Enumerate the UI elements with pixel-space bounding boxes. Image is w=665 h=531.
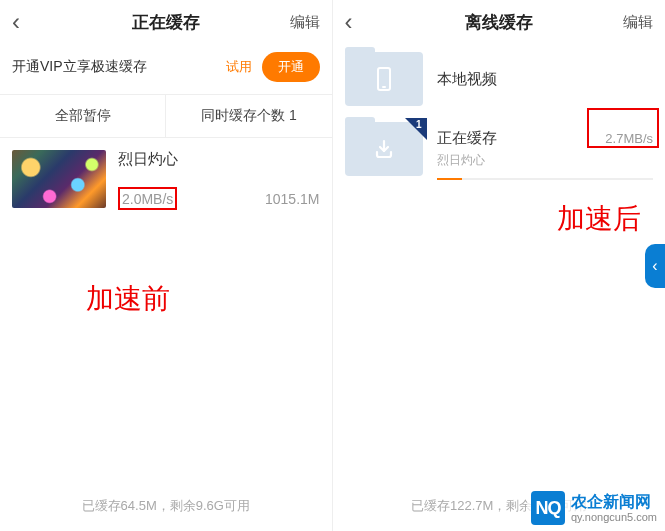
page-title-right: 离线缓存	[465, 11, 533, 34]
caching-row[interactable]: 1 正在缓存 2.7MB/s 烈日灼心	[333, 114, 666, 198]
caching-subtitle: 烈日灼心	[437, 152, 654, 169]
vip-banner: 开通VIP立享极速缓存 试用 开通	[0, 44, 332, 94]
watermark: NQ 农企新闻网 qy.nongcun5.com	[527, 489, 661, 527]
side-expand-icon[interactable]: ‹	[645, 244, 665, 288]
back-icon[interactable]: ‹	[12, 8, 20, 36]
open-vip-button[interactable]: 开通	[262, 52, 320, 82]
vip-text: 开通VIP立享极速缓存	[12, 58, 226, 76]
annotation-before: 加速前	[86, 280, 170, 318]
folder-icon-caching: 1	[345, 122, 423, 176]
download-speed-left: 2.0MB/s	[122, 191, 173, 207]
storage-footer-left: 已缓存64.5M，剩余9.6G可用	[82, 497, 250, 515]
badge-count: 1	[416, 119, 422, 130]
caching-label: 正在缓存	[437, 129, 497, 148]
local-video-label: 本地视频	[437, 70, 654, 89]
page-title-left: 正在缓存	[132, 11, 200, 34]
trial-button[interactable]: 试用	[226, 58, 252, 76]
file-size: 1015.1M	[265, 191, 319, 207]
download-item[interactable]: 烈日灼心 2.0MB/s 1015.1M	[0, 138, 332, 222]
progress-bar	[437, 178, 654, 180]
watermark-url: qy.nongcun5.com	[571, 511, 657, 523]
video-title: 烈日灼心	[118, 150, 320, 169]
download-speed-right: 2.7MB/s	[605, 131, 653, 146]
phone-icon	[377, 67, 391, 91]
pause-all-tab[interactable]: 全部暂停	[0, 95, 166, 137]
annotation-after: 加速后	[557, 200, 641, 238]
speed-highlight-box: 2.0MB/s	[118, 187, 177, 210]
download-icon	[372, 137, 396, 161]
video-thumbnail	[12, 150, 106, 208]
edit-button-right[interactable]: 编辑	[623, 13, 653, 32]
edit-button-left[interactable]: 编辑	[290, 13, 320, 32]
local-video-row[interactable]: 本地视频	[333, 44, 666, 114]
concurrent-count-tab[interactable]: 同时缓存个数 1	[166, 95, 331, 137]
folder-icon	[345, 52, 423, 106]
back-icon-right[interactable]: ‹	[345, 8, 353, 36]
watermark-logo: NQ	[531, 491, 565, 525]
watermark-cn: 农企新闻网	[571, 493, 657, 511]
